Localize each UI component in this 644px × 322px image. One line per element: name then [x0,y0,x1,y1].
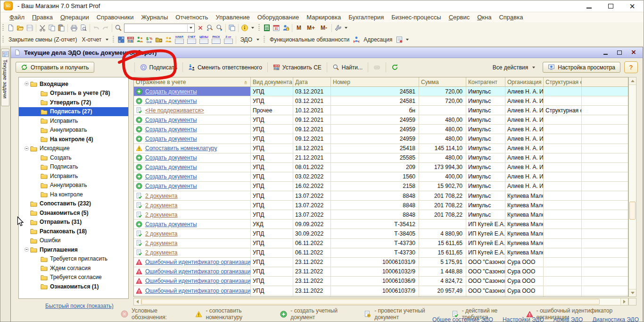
row-action-link[interactable]: 2 документа [145,240,178,246]
tree-item-23[interactable]: Ознакомиться (1) [19,282,128,291]
row-action-link[interactable]: Создать документы [145,154,197,161]
menu-item-9[interactable]: Маркировка [303,13,345,22]
menu-item-3[interactable]: Операции [57,13,93,22]
tree-item-6[interactable]: Аннулировать [19,126,128,135]
tree-item-11[interactable]: Исправить [19,171,128,181]
tree-item-1[interactable]: Входящие [19,79,128,89]
row-action-link[interactable]: 2 документа [145,202,178,209]
footer-link-2[interactable]: Настройки ЭДО [503,316,544,322]
chevron-down-icon[interactable] [106,39,108,41]
tree-item-16[interactable]: Отправить (31) [19,218,128,227]
blocks-button[interactable] [116,35,126,44]
mini-card-3[interactable]: ЦЕНЫ [198,35,209,44]
clear-filter-button[interactable] [371,62,383,72]
row-action-link[interactable]: 2 документа [145,230,178,237]
search-button[interactable] [114,23,123,33]
table-row-1[interactable]: Создать документыУПД03.12.202124581720,0… [134,87,628,96]
footer-link-4[interactable]: Диагностика ЭДО [592,316,639,322]
row-action-link[interactable]: Создать документы [145,136,197,142]
tree-item-2[interactable]: Отразить в учете (78) [19,89,128,98]
tree-item-20[interactable]: Требуется пригласить [19,254,128,264]
addressing-icon-button[interactable] [395,35,404,44]
duties-icon-button[interactable] [352,35,361,44]
edo-menu-button[interactable]: ЭДО [238,35,255,44]
tree-item-13[interactable]: На контроле [19,190,128,199]
column-header-3[interactable]: Дата [293,77,331,86]
windows-list-button[interactable] [227,23,237,33]
row-action-link[interactable]: Создать документы [145,88,197,95]
row-action-link[interactable]: Создать документы [145,173,197,180]
quick-search-link[interactable]: Быстрый поиск (показать) [45,303,114,309]
close-button[interactable]: × [627,2,637,10]
table-row-12[interactable]: 2 документаУПД13.07.20228848201 708,22Им… [134,191,628,201]
calculator-button[interactable] [262,23,272,33]
toolbar-grip[interactable] [258,24,260,32]
table-row-6[interactable]: Создать документыУПД09.12.202124959480,0… [134,134,628,144]
tree-item-14[interactable]: Сопоставить (232) [19,199,128,209]
edo-minimize-button[interactable] [602,49,609,56]
refresh-list-button[interactable] [388,62,401,72]
tree-item-22[interactable]: Требуется согласие [19,273,128,282]
scroll-down-button[interactable] [629,289,636,297]
send-receive-button[interactable]: Отправить и получить [16,62,94,73]
search-input[interactable] [124,25,187,32]
table-row-14[interactable]: 2 документаУПД13.07.20228848201 708,22Им… [134,210,628,220]
column-header-8[interactable]: Структурная ед... [544,77,582,86]
tree-item-15[interactable]: Ознакомиться (5) [19,208,128,218]
table-row-17[interactable]: 2 документаУПД06.11.2022Т-4373015 611,65… [134,239,628,248]
expander-icon[interactable] [23,81,30,86]
redo-button[interactable] [101,23,110,33]
scroll-left-button[interactable] [134,298,141,305]
menu-item-11[interactable]: Бизнес-процессы [388,13,445,22]
info-button[interactable] [240,23,249,33]
memory-button-3[interactable]: М- [318,24,330,32]
tree-item-7[interactable]: На контроле (4) [19,135,128,144]
tree-item-21[interactable]: Ждем согласия [19,263,128,273]
expander-icon[interactable] [23,247,30,252]
edo-close-button[interactable]: × [630,49,637,56]
mini-card-2[interactable]: СЧЕТ [186,35,197,44]
menu-item-7[interactable]: Управление [212,13,254,22]
row-action-link[interactable]: Ошибочный идентификатор организации [145,288,251,294]
menu-item-4[interactable]: Справочники [93,13,138,22]
toolbar-grip[interactable] [2,36,4,43]
mini-card-1[interactable]: НАКЛ [173,35,185,44]
scroll-up-button[interactable] [629,77,636,85]
new-document-button[interactable] [6,23,16,33]
tree-item-17[interactable]: Распаковать (18) [19,227,128,236]
staff-button[interactable] [164,35,173,44]
horizontal-scroll-thumb[interactable] [141,299,600,305]
menu-item-10[interactable]: Бухгалтерия [345,13,388,22]
table-row-16[interactable]: 2 документаУПД30.09.2022Т-384054 880,90И… [134,229,628,238]
footer-link-3[interactable]: Архив ЭДО [553,316,583,322]
find-next-button[interactable] [215,23,224,33]
menu-item-8[interactable]: Оборудование [254,13,303,22]
table-row-20[interactable]: Ошибочный идентификатор организацииУПД23… [134,267,628,277]
mini-card-5[interactable]: Z-от [223,35,234,44]
table-row-22[interactable]: Ошибочный идентификатор организацииУПД23… [134,286,628,296]
currency-button[interactable] [145,35,154,44]
table-row-9[interactable]: Создать документыУПД08.01.2022209173 994… [134,163,628,172]
table-row-11[interactable]: Создать документыУПД16.02.2022215815 902… [134,182,628,191]
table-row-23[interactable]: Ошибочный идентификатор организацииУПД23… [134,296,628,297]
row-action-link[interactable]: 2 документа [145,212,178,218]
table-row-5[interactable]: Создать документыУПД09.12.202124959480,0… [134,125,628,134]
toolbar-grip[interactable] [2,24,4,32]
menu-item-14[interactable]: Справка [495,13,527,22]
tree-item-8[interactable]: Исходящие [19,144,128,153]
expander-icon[interactable] [23,146,30,151]
table-row-10[interactable]: Создать документыУПД03.02.20221560400,00… [134,172,628,182]
minimize-button[interactable] [584,2,594,10]
view-settings-button[interactable]: Настройка просмотра [543,62,620,73]
close-shift-button[interactable]: Закрытие смены (Z-отчет) [6,35,79,44]
row-action-link[interactable]: 2 документа [145,193,178,199]
clear-search-button[interactable] [196,23,205,33]
menu-item-12[interactable]: Сервис [445,13,474,22]
tree-item-19[interactable]: Приглашения [19,245,128,254]
tree-item-18[interactable]: Ошибки [19,236,128,246]
all-actions-button[interactable]: Все действия [490,63,540,72]
row-action-link[interactable]: Создать документы [145,183,197,189]
menu-item-5[interactable]: Журналы [137,13,172,22]
mini-card-4[interactable]: РАСХ [210,35,222,44]
chevron-down-icon[interactable] [256,39,259,41]
